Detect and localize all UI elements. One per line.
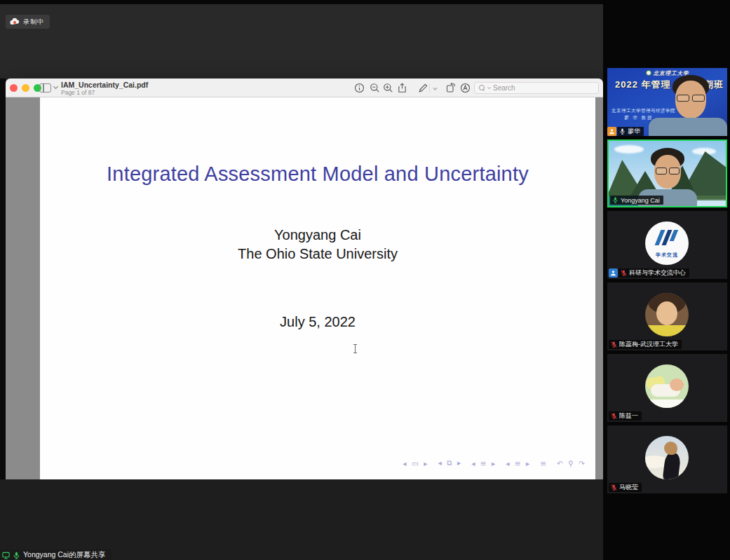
- participant-name-row: 科研与学术交流中心: [609, 268, 689, 278]
- screen-share-area: 录制中 IAM_Uncertainty_Cai.pdf Page 1 of 87: [0, 0, 603, 560]
- participant-video[interactable]: 陈蕊梅-武汉理工大学: [607, 282, 727, 350]
- university-logo-icon: [646, 70, 651, 76]
- zoom-out-icon[interactable]: [370, 83, 380, 93]
- participant-video[interactable]: 陈益一: [607, 354, 727, 422]
- recording-label: 录制中: [23, 18, 44, 27]
- nav-subsection-icons[interactable]: ◂ ≡ ▸: [506, 459, 531, 467]
- cloud-recording-icon: [10, 18, 20, 26]
- avatar-head: [670, 378, 684, 391]
- search-placeholder: Search: [493, 84, 515, 92]
- left-edge-strip: [0, 78, 6, 479]
- mic-muted-icon: [611, 341, 617, 348]
- participant-glasses: [677, 95, 705, 102]
- participant-name: 陈益一: [619, 411, 638, 421]
- document-filename: IAM_Uncertainty_Cai.pdf: [61, 81, 148, 89]
- audio-mic-icon: [13, 552, 20, 559]
- virtual-bg-school-line: 北京理工大学: [607, 70, 727, 77]
- zoom-in-icon[interactable]: [383, 83, 393, 93]
- participant-name: 陈蕊梅-武汉理工大学: [619, 340, 678, 349]
- document-title-block: IAM_Uncertainty_Cai.pdf Page 1 of 87: [61, 81, 148, 96]
- participant-name: 廖华: [628, 127, 640, 136]
- participant-glasses: [656, 168, 680, 175]
- search-icon: [479, 85, 485, 91]
- participant-name-row: 廖华: [607, 127, 644, 136]
- avatar-blanket: [645, 399, 689, 408]
- mic-muted-icon: [611, 484, 617, 491]
- avatar: [645, 364, 689, 408]
- pdf-titlebar[interactable]: IAM_Uncertainty_Cai.pdf Page 1 of 87 Sea…: [6, 78, 603, 97]
- logo-stripes: [656, 230, 680, 245]
- nav-frames-icons[interactable]: ◂ ⧉ ▸: [438, 458, 462, 467]
- avatar-figure: [663, 452, 682, 479]
- page-indicator: Page 1 of 87: [61, 89, 148, 96]
- pdf-preview-window: IAM_Uncertainty_Cai.pdf Page 1 of 87 Sea…: [6, 78, 603, 479]
- participant-name: 科研与学术交流中心: [629, 268, 686, 278]
- participant-name-row: 陈蕊梅-武汉理工大学: [609, 340, 682, 349]
- info-icon[interactable]: [354, 83, 365, 93]
- slide-affiliation: The Ohio State University: [40, 246, 595, 262]
- mic-muted-icon: [611, 413, 617, 419]
- meeting-window: 录制中 IAM_Uncertainty_Cai.pdf Page 1 of 87: [0, 0, 730, 560]
- recording-indicator[interactable]: 录制中: [6, 15, 50, 29]
- pdf-content-area[interactable]: Integrated Assessment Model and Uncertai…: [6, 97, 603, 479]
- avatar: 学术交流: [645, 221, 689, 265]
- avatar-face: [656, 301, 677, 325]
- toolbar-divider: [429, 83, 430, 93]
- screen-share-banner: Yongyang Cai的屏幕共享: [0, 549, 111, 560]
- top-black-strip: [0, 0, 603, 4]
- avatar-caption: 学术交流: [645, 252, 689, 259]
- participant-name: 马晓莹: [619, 483, 638, 492]
- slide-author: Yongyang Cai: [40, 227, 595, 243]
- participant-video[interactable]: 学术交流 科研与学术交流中心: [607, 211, 727, 279]
- text-cursor: [353, 344, 358, 353]
- participant-name-row: Yongyang Cai: [610, 196, 663, 205]
- virtual-bg-department: 北京理工大学管理与经济学院: [611, 108, 675, 114]
- beamer-navigation-symbols[interactable]: ◂ ▭ ▸ ◂ ⧉ ▸ ◂ ≡ ▸ ◂ ≡ ▸ ≡ ↶ ⚲ ↷: [403, 458, 586, 467]
- participant-name-row: 马晓莹: [609, 483, 642, 492]
- monitor-icon: [2, 552, 10, 559]
- participant-shoulders: [649, 118, 727, 136]
- markup-pencil-icon[interactable]: [418, 83, 428, 93]
- avatar-shirt: [645, 325, 689, 336]
- search-input[interactable]: Search: [474, 82, 599, 94]
- participant-name: Yongyang Cai: [621, 197, 660, 204]
- participants-sidebar: 北京理工大学 2022 年管理 暑期班 北京理工大学管理与经济学院 廖 华 教授…: [603, 0, 730, 560]
- sidebar-toggle-icon[interactable]: [39, 83, 51, 93]
- host-badge-icon: [607, 127, 616, 136]
- participant-video[interactable]: 马晓莹: [607, 425, 727, 493]
- nav-last-icon[interactable]: ≡: [540, 459, 548, 467]
- nav-history-search-icons[interactable]: ↶ ⚲ ↷: [557, 459, 586, 467]
- virtual-bg-professor: 廖 华 教授: [624, 115, 654, 121]
- cloud-shape: [614, 145, 644, 153]
- member-badge-icon: [609, 268, 618, 278]
- avatar: [645, 436, 689, 479]
- desktop-background: [0, 479, 603, 560]
- chevron-down-icon[interactable]: [53, 84, 58, 89]
- mic-speaking-icon: [612, 197, 619, 203]
- nav-frame-icons[interactable]: ◂ ▭ ▸: [403, 459, 428, 467]
- minimize-button[interactable]: [22, 84, 29, 92]
- slide-title: Integrated Assessment Model and Uncertai…: [40, 163, 595, 186]
- close-button[interactable]: [10, 84, 18, 92]
- slide-date: July 5, 2022: [40, 314, 595, 330]
- avatar: [645, 293, 689, 336]
- mic-muted-icon: [621, 270, 627, 276]
- virtual-bg-banner-left: 2022 年管理: [615, 78, 671, 91]
- participant-video[interactable]: 北京理工大学 2022 年管理 暑期班 北京理工大学管理与经济学院 廖 华 教授…: [607, 68, 727, 136]
- participant-video-active[interactable]: Yongyang Cai: [607, 139, 727, 207]
- participant-name-row: 陈益一: [609, 411, 642, 421]
- share-icon[interactable]: [397, 83, 407, 93]
- screen-share-label: Yongyang Cai的屏幕共享: [23, 550, 106, 560]
- nav-section-icons[interactable]: ◂ ≡ ▸: [471, 459, 496, 467]
- mic-on-icon: [619, 128, 626, 135]
- highlight-icon[interactable]: [460, 83, 471, 93]
- avatar-head: [664, 442, 677, 455]
- rotate-icon[interactable]: [445, 83, 456, 93]
- recording-dot: [13, 21, 16, 24]
- slide-page: Integrated Assessment Model and Uncertai…: [40, 97, 595, 479]
- search-chevron-icon: [487, 86, 491, 89]
- markup-chevron-icon[interactable]: [433, 86, 437, 90]
